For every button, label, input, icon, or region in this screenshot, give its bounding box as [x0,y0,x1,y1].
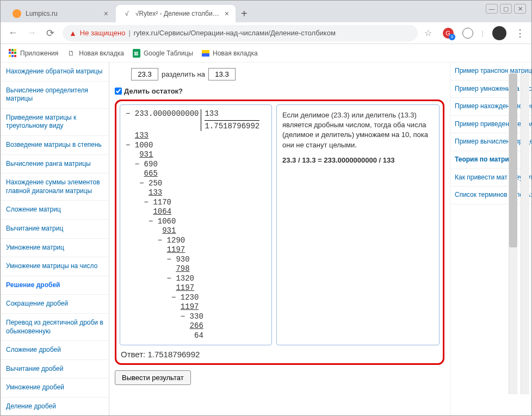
long-division-panel: − 233.0000000000 133 1.7518796992 133− 1… [120,104,272,345]
url-input[interactable]: ▲ Не защищено | rytex.ru/Сервисы/Операци… [63,25,418,41]
sidebar-right: Пример транспон матрицыПример умножени н… [450,63,531,415]
sidebar-item[interactable]: Возведение матрицы в степень [1,136,109,155]
sidebar-item[interactable]: Нахождение обратной матрицы [1,63,109,82]
bookmark-gsheets[interactable]: ▦ Google Таблицы [133,49,193,58]
sidebar-item[interactable]: Вычисление ранга матрицы [1,155,109,174]
sidebar-item[interactable]: Вычитание матриц [1,220,109,239]
sidebar-item[interactable]: Нахождение суммы элементов главной диаго… [1,173,109,201]
sidebar-item[interactable]: Умножение матрицы на число [1,257,109,276]
division-steps: 133− 1000 931 − 690 665 − 250 133 − 1170… [126,131,266,340]
bookmark-newtab[interactable]: Новая вкладка [202,49,258,57]
profile-avatar[interactable] [492,26,506,40]
dividend-value: 233.0000000000 [135,109,199,118]
answer-line: Ответ: 1.7518796992 [120,349,440,360]
quotient-value: 1.7518796992 [205,120,259,132]
close-icon[interactable]: × [225,9,229,18]
sidebar-item[interactable]: Вычисление определителя матрицы [1,82,109,109]
bookmark-label: Новая вкладка [79,49,124,57]
reload-button[interactable]: ⟳ [44,27,56,39]
window-maximize[interactable]: ▢ [500,4,512,14]
sidebar-left: Нахождение обратной матрицыВычисление оп… [1,63,109,415]
forward-button[interactable]: → [26,27,38,39]
remainder-checkbox[interactable] [115,88,122,95]
favicon-icon: √ [122,9,131,18]
explanation-equation: 23.3 / 13.3 = 233.0000000000 / 133 [282,156,434,165]
sidebar-item[interactable]: Пример приведен треугольному вид Гаусса [450,116,531,134]
sidebar-item[interactable]: Умножение матриц [1,239,109,258]
sidebar-item[interactable]: Приведение матрицы к треугольному виду [1,109,109,136]
sheets-icon: ▦ [133,49,140,58]
sidebar-item[interactable]: Решение дробей [1,276,109,295]
main-content: разделить на Делить остаток? − 233.00000… [109,63,450,415]
url-text: rytex.ru/Сервисы/Операции-над-числами/Де… [134,29,336,37]
bookmark-label: Новая вкладка [213,49,258,57]
sidebar-item[interactable]: Пример транспон матрицы [450,63,531,80]
apps-button[interactable]: Приложения [8,49,58,58]
divisor-input[interactable] [208,68,236,80]
dividend-input[interactable] [131,68,158,80]
answer-label: Ответ: [121,350,145,359]
scrollbar-page[interactable] [521,73,529,394]
sidebar-item[interactable]: Пример вычислен определителя мат [450,133,531,151]
tab-strip: Lumpics.ru × √ √Rytex² - Деление столбик… [1,1,531,22]
divider: | [482,29,484,37]
explanation-text: Если делимое (23.3) или делитель (13.3) … [282,110,434,150]
scrollbar-main[interactable] [509,73,517,394]
new-tab-button[interactable]: + [237,8,252,20]
tab-title: √Rytex² - Деление столбиком с [135,10,220,17]
menu-icon[interactable]: ⋮ [515,27,525,39]
explanation-panel: Если делимое (23.3) или делитель (13.3) … [276,104,440,345]
sidebar-item[interactable]: Список терминов используемых в м [450,187,531,204]
sidebar-item[interactable]: Сложение матриц [1,201,109,220]
sidebar-item[interactable]: Вычитание дробей [1,360,109,379]
address-bar: ← → ⟳ ▲ Не защищено | rytex.ru/Сервисы/О… [1,22,531,44]
favicon-icon [13,9,21,18]
checkbox-label: Делить остаток? [124,87,183,95]
window-minimize[interactable]: — [486,4,498,14]
sidebar-item[interactable]: Умножение дробей [1,378,109,398]
image-icon [202,50,209,57]
sidebar-item[interactable]: Пример умножени на число [450,80,531,98]
tab-rytex[interactable]: √ √Rytex² - Деление столбиком с × [116,5,236,22]
sidebar-item[interactable]: Пример нахожден элементов главно матрицы [450,98,531,116]
sidebar-item[interactable]: Сложение дробей [1,341,109,360]
close-icon[interactable]: × [104,9,108,18]
sidebar-item[interactable]: Сокращение дробей [1,295,109,314]
extension-icon[interactable] [462,28,473,39]
back-button[interactable]: ← [7,27,19,39]
warning-icon: ▲ [69,29,77,38]
bookmark-newtab[interactable]: 🗋 Новая вкладка [67,49,124,58]
result-highlight-box: − 233.0000000000 133 1.7518796992 133− 1… [115,100,444,365]
star-icon[interactable]: ☆ [424,28,432,38]
bookmark-label: Приложения [20,49,58,57]
bookmarks-bar: Приложения 🗋 Новая вкладка ▦ Google Табл… [1,44,531,63]
divide-label: разделить на [162,70,205,78]
answer-value: 1.7518796992 [147,350,200,359]
tab-lumpics[interactable]: Lumpics.ru × [6,5,115,22]
extension-icon[interactable]: G3 [443,28,454,39]
page-icon: 🗋 [67,49,76,58]
sidebar-item[interactable]: Деление дробей [1,398,109,415]
security-label: Не защищено [80,29,126,37]
sidebar-item[interactable]: Теория по матри [450,151,531,169]
divisor-value: 133 [205,109,259,119]
tab-title: Lumpics.ru [26,10,100,17]
sidebar-item[interactable]: Перевод из десятичной дроби в обыкновенн… [1,314,109,341]
apps-icon [8,49,17,58]
bookmark-label: Google Таблицы [144,49,193,57]
output-result-button[interactable]: Вывести результат [115,370,191,385]
sidebar-item[interactable]: Как привести мат треугольному (сту виду … [450,169,531,187]
window-close[interactable]: ✕ [514,4,526,14]
